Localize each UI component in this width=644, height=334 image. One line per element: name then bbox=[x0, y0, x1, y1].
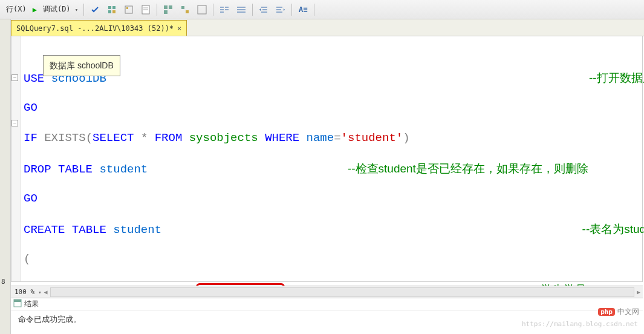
kw-go: GO bbox=[24, 192, 37, 205]
zoom-bar: 100 % ▾ ◀ ▶ bbox=[11, 286, 643, 298]
zoom-level[interactable]: 100 % bbox=[11, 288, 38, 296]
close-icon[interactable]: × bbox=[177, 24, 181, 33]
svg-rect-4 bbox=[125, 6, 132, 13]
svg-rect-10 bbox=[169, 5, 172, 9]
debug-button[interactable]: 调试(D) ▾ bbox=[41, 2, 80, 17]
svg-rect-13 bbox=[186, 10, 189, 13]
results-tab[interactable]: 结果 bbox=[11, 298, 643, 310]
svg-rect-11 bbox=[164, 10, 168, 14]
separator bbox=[157, 4, 157, 16]
toolbar-btn-5[interactable] bbox=[177, 2, 193, 17]
svg-rect-3 bbox=[112, 10, 115, 13]
code-editor[interactable]: − − 数据库 schoolDB USE schoolDB --打开数据库sch… bbox=[11, 36, 643, 282]
toolbar-btn-a[interactable]: A≡ bbox=[295, 2, 311, 17]
comment: --表名为student bbox=[582, 223, 644, 235]
play-icon: ▶ bbox=[33, 5, 37, 14]
toolbar-btn-3[interactable] bbox=[138, 2, 154, 17]
toolbar: 行(X) ▶ 调试(D) ▾ A≡ bbox=[0, 0, 644, 19]
comment-button[interactable] bbox=[216, 2, 232, 17]
separator bbox=[252, 4, 253, 16]
php-badge: php bbox=[598, 308, 615, 316]
tabbar: SQLQuery7.sql -...2ALIV\10343 (52))* × bbox=[0, 19, 644, 36]
horizontal-scrollbar[interactable] bbox=[50, 287, 634, 297]
svg-rect-0 bbox=[108, 6, 111, 9]
kw-select: SELECT bbox=[93, 131, 134, 145]
kw-table: TABLE bbox=[72, 223, 106, 237]
toolbar-btn-6[interactable] bbox=[194, 2, 210, 17]
tab-sqlquery7[interactable]: SQLQuery7.sql -...2ALIV\10343 (52))* × bbox=[11, 20, 187, 36]
rparen: ) bbox=[403, 131, 409, 145]
separator bbox=[291, 4, 292, 16]
gutter: − − bbox=[11, 36, 21, 281]
page-icon bbox=[140, 4, 151, 15]
kw-table: TABLE bbox=[58, 163, 93, 176]
comment: --检查student是否已经存在，如果存在，则删除 bbox=[348, 162, 588, 175]
indent-button[interactable] bbox=[256, 2, 272, 17]
kw-exists: EXISTS bbox=[44, 131, 85, 145]
svg-rect-30 bbox=[14, 300, 21, 302]
branding: php 中文网 bbox=[598, 307, 639, 317]
string-literal: 'student' bbox=[341, 131, 403, 145]
toolbar-btn-2[interactable] bbox=[121, 2, 137, 17]
svg-rect-14 bbox=[198, 5, 206, 14]
left-margin: 8 bbox=[0, 19, 11, 334]
results-icon bbox=[13, 299, 22, 309]
grid-icon bbox=[163, 4, 174, 15]
separator bbox=[213, 4, 213, 16]
chevron-down-icon: ▾ bbox=[75, 7, 78, 13]
kw-if: IF bbox=[24, 131, 37, 145]
kw-create: CREATE bbox=[24, 223, 65, 237]
results-tab-label: 结果 bbox=[24, 299, 39, 309]
play-button[interactable]: ▶ bbox=[30, 2, 39, 17]
check-icon bbox=[89, 4, 100, 15]
star: * bbox=[141, 131, 148, 145]
lparen: ( bbox=[24, 252, 30, 266]
svg-rect-9 bbox=[164, 5, 168, 9]
separator bbox=[314, 4, 314, 16]
branding-text: 中文网 bbox=[617, 307, 639, 317]
svg-rect-5 bbox=[126, 7, 128, 9]
kw-use: USE bbox=[24, 72, 44, 85]
kw-from: FROM bbox=[155, 131, 183, 145]
outdent-button[interactable] bbox=[273, 2, 288, 17]
uncomment-icon bbox=[236, 4, 247, 15]
comment-icon bbox=[219, 4, 230, 15]
uncomment-button[interactable] bbox=[233, 2, 249, 17]
ident-name: name bbox=[307, 131, 334, 145]
scroll-right-icon[interactable]: ▶ bbox=[637, 289, 640, 295]
fold-icon[interactable]: − bbox=[11, 74, 18, 81]
svg-rect-12 bbox=[181, 6, 184, 9]
watermark: https://mailang.blog.csdn.net bbox=[522, 320, 638, 328]
eq: = bbox=[334, 131, 340, 145]
comment: --打开数据库schoolDB bbox=[589, 71, 644, 84]
chevron-down-icon[interactable]: ▾ bbox=[38, 289, 41, 295]
code-area[interactable]: 数据库 schoolDB USE schoolDB --打开数据库schoolD… bbox=[21, 36, 644, 281]
ident-sysobjects: sysobjects bbox=[189, 131, 258, 145]
kw-drop: DROP bbox=[24, 163, 51, 176]
kw-where: WHERE bbox=[265, 131, 299, 145]
tab-title: SQLQuery7.sql -...2ALIV\10343 (52))* bbox=[16, 24, 174, 33]
outdent-icon bbox=[275, 4, 286, 15]
execute-label: 行(X) bbox=[6, 4, 27, 15]
toolbar-btn-4[interactable] bbox=[160, 2, 176, 17]
identifier-tooltip: 数据库 schoolDB bbox=[43, 55, 120, 76]
ident-student: student bbox=[113, 223, 161, 237]
db-icon-2 bbox=[123, 4, 134, 15]
scroll-left-icon[interactable]: ◀ bbox=[44, 289, 48, 295]
indent-icon bbox=[258, 4, 269, 15]
text-icon: A≡ bbox=[298, 4, 308, 15]
ident-student: student bbox=[99, 163, 148, 176]
fold-icon[interactable]: − bbox=[11, 120, 18, 126]
separator bbox=[83, 4, 84, 16]
grid-icon-2 bbox=[180, 4, 190, 15]
line-marker: 8 bbox=[1, 278, 5, 286]
svg-rect-2 bbox=[108, 10, 111, 13]
results-pane: 结果 命令已成功完成。 bbox=[11, 298, 643, 334]
execute-button[interactable]: 行(X) bbox=[4, 2, 29, 17]
toolbar-btn-1[interactable] bbox=[104, 2, 120, 17]
parse-button[interactable] bbox=[87, 2, 103, 17]
debug-label: 调试(D) bbox=[43, 4, 71, 15]
kw-go: GO bbox=[24, 101, 37, 114]
grid-icon-3 bbox=[197, 4, 207, 15]
svg-rect-1 bbox=[112, 6, 115, 9]
